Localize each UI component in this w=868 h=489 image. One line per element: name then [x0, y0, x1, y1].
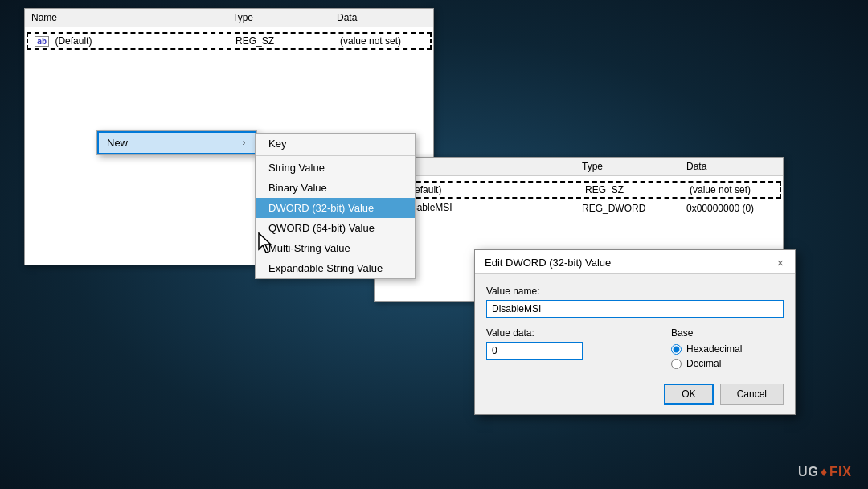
radio-dec-text: Decimal [686, 358, 721, 369]
context-menu: New › Key String Value Binary Value DWOR… [96, 130, 257, 155]
value-name-label: Value name: [486, 286, 784, 297]
col-header-data: Data [337, 12, 427, 23]
row2-data: (value not set) [690, 184, 773, 195]
base-label: Base [671, 327, 784, 339]
table-body-2: ab (Default) REG_SZ (value not set) 00 D… [375, 176, 783, 220]
dialog-titlebar: Edit DWORD (32-bit) Value × [475, 250, 795, 274]
menu-item-new[interactable]: New › Key String Value Binary Value DWOR… [97, 131, 256, 154]
submenu-item-qword[interactable]: QWORD (64-bit) Value [256, 218, 415, 238]
radio-dec-label[interactable]: Decimal [671, 358, 784, 369]
col-header-name: Name [31, 12, 232, 23]
radio-hex-text: Hexadecimal [686, 343, 742, 355]
dialog-body: Value name: Value data: Base Hexadecimal… [475, 274, 795, 377]
radio-dec-input[interactable] [671, 359, 682, 369]
table-row-disablemsi[interactable]: 00 DisableMSI REG_DWORD 0x00000000 (0) [375, 200, 783, 216]
submenu-item-key[interactable]: Key [256, 134, 415, 154]
reg-ab-icon: ab [35, 36, 49, 47]
row-data: (value not set) [340, 35, 424, 47]
table-row[interactable]: ab (Default) REG_SZ (value not set) [27, 32, 432, 50]
submenu-item-string[interactable]: String Value [256, 158, 415, 178]
radio-hex-label[interactable]: Hexadecimal [671, 343, 784, 355]
chevron-right-icon: › [243, 138, 245, 147]
row-name: (Default) [55, 35, 92, 47]
dialog-title: Edit DWORD (32-bit) Value [485, 257, 611, 269]
ok-button[interactable]: OK [664, 384, 713, 405]
col-header-data-2: Data [686, 161, 776, 172]
row2-type: REG_SZ [585, 184, 690, 195]
submenu-item-dword[interactable]: DWORD (32-bit) Value [256, 198, 415, 218]
dialog-close-button[interactable]: × [776, 257, 785, 269]
table-body-1: ab (Default) REG_SZ (value not set) [25, 27, 433, 55]
cancel-button[interactable]: Cancel [720, 384, 784, 405]
radio-group: Hexadecimal Decimal [671, 343, 784, 369]
table-row-default[interactable]: ab (Default) REG_SZ (value not set) [376, 181, 781, 199]
table-header-2: Name Type Data [375, 158, 783, 176]
new-label: New [107, 137, 128, 149]
row3-data: 0x00000000 (0) [686, 203, 776, 214]
dialog-buttons: OK Cancel [475, 377, 795, 414]
submenu-item-multistring[interactable]: Multi-String Value [256, 238, 415, 258]
dialog-row: Value data: Base Hexadecimal Decimal [486, 327, 784, 369]
row-type: REG_SZ [235, 35, 340, 47]
submenu-item-binary[interactable]: Binary Value [256, 178, 415, 198]
col-header-type: Type [232, 12, 337, 23]
edit-dialog: Edit DWORD (32-bit) Value × Value name: … [474, 249, 796, 415]
value-data-section: Value data: [486, 327, 660, 369]
base-section: Base Hexadecimal Decimal [671, 327, 784, 369]
submenu-item-expandable[interactable]: Expandable String Value [256, 258, 415, 278]
logo-ug: UG [798, 465, 819, 479]
row3-type: REG_DWORD [582, 203, 686, 214]
logo-separator: ♦ [821, 465, 828, 479]
col-header-type-2: Type [582, 161, 686, 172]
radio-hex-input[interactable] [671, 344, 682, 355]
value-data-input[interactable] [486, 342, 583, 360]
logo-watermark: UG♦FIX [798, 465, 852, 479]
value-name-input[interactable] [486, 300, 784, 318]
submenu: Key String Value Binary Value DWORD (32-… [255, 133, 416, 279]
table-header-1: Name Type Data [25, 9, 433, 27]
value-data-label: Value data: [486, 327, 660, 339]
logo-fix: FIX [829, 465, 852, 479]
